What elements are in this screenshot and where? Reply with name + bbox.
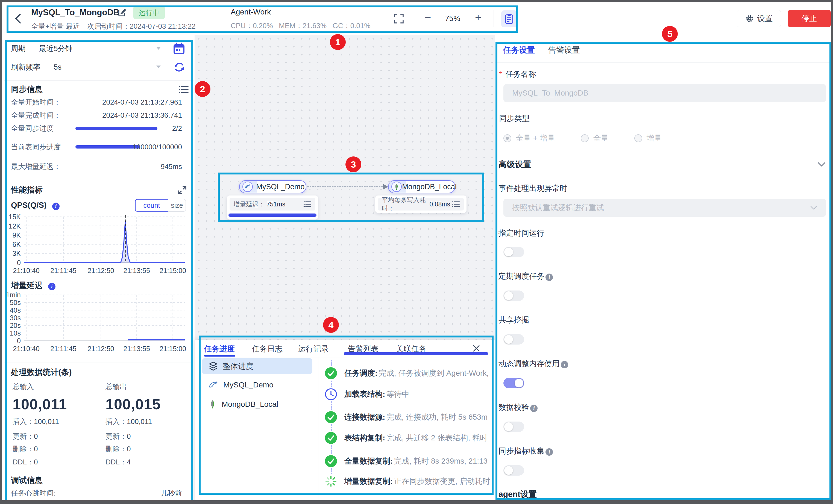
chevron-down-icon[interactable]: [156, 66, 161, 68]
full-progress-bar: [75, 127, 158, 130]
timeline-connector: [331, 360, 332, 366]
table-progress-label: 当前表同步进度: [11, 142, 61, 152]
total-out-label: 总输出: [105, 382, 127, 392]
refresh-icon[interactable]: [173, 61, 185, 73]
list-icon[interactable]: [452, 201, 460, 207]
list-item-label: MongoDB_Local: [222, 400, 278, 409]
list-icon[interactable]: [303, 201, 312, 207]
debug-title: 调试信息: [11, 475, 43, 486]
gc-metric: GC：0.01%: [333, 22, 371, 30]
stop-button[interactable]: 停止: [788, 10, 831, 27]
qps-size-toggle[interactable]: size: [168, 199, 186, 211]
stat-label: DDL：: [105, 458, 127, 466]
check-circle-icon: [325, 411, 337, 424]
svg-text:30s: 30s: [10, 314, 21, 322]
check-circle-icon: [325, 432, 337, 444]
task-subtitle: 全量+增量 最近一次启动时间：2024-07-03 21:13:22: [31, 22, 196, 31]
shared-mining-toggle[interactable]: [503, 334, 524, 345]
data-validation-toggle[interactable]: [503, 422, 524, 432]
node-mysql[interactable]: MySQL_Demo: [239, 180, 306, 193]
stat-label: 更新：: [105, 432, 127, 440]
radio-full-incremental[interactable]: [503, 134, 511, 142]
tab-task-settings[interactable]: 任务设置: [503, 45, 535, 56]
run-at-time-toggle[interactable]: [503, 247, 524, 257]
node-label: MySQL_Demo: [259, 181, 302, 193]
task-name-label-row: * 任务名称: [499, 69, 536, 79]
timeline-connector: [331, 401, 332, 410]
close-icon[interactable]: [472, 344, 480, 352]
zoom-out-button[interactable]: −: [425, 11, 431, 24]
stat-value: 0: [34, 432, 38, 440]
metric-value: 0.08ms: [430, 201, 450, 208]
svg-text:0: 0: [17, 337, 21, 345]
agent-metrics: CPU：0.20% MEM：21.63% GC：0.01%: [231, 21, 371, 31]
scheduled-task-toggle[interactable]: [503, 291, 524, 301]
back-button[interactable]: [14, 12, 22, 25]
metric-value: 751ms: [266, 201, 285, 208]
info-icon[interactable]: i: [546, 274, 553, 281]
info-icon[interactable]: i: [52, 203, 60, 210]
timeline-item: 加载表结构: 等待中: [344, 389, 409, 399]
horizontal-scrollbar-thumb[interactable]: [507, 498, 830, 501]
dynamic-memory-label: 动态调整内存使用 i: [499, 358, 568, 369]
fit-screen-icon[interactable]: [393, 13, 404, 24]
tab-task-logs[interactable]: 任务日志: [252, 344, 283, 354]
stat-label: 插入：: [105, 418, 127, 426]
task-name-label: 任务名称: [505, 70, 536, 78]
metric-label: 平均每条写入耗时：: [382, 196, 428, 213]
run-at-time-label: 指定时间运行: [499, 228, 544, 238]
timeline-item: 连接数据源: 完成, 连接成功, 耗时 5s 653m: [344, 412, 487, 422]
exception-handling-select[interactable]: 按照默认重试逻辑进行重试: [503, 199, 826, 217]
info-icon[interactable]: i: [546, 448, 553, 456]
tab-run-records[interactable]: 运行记录: [298, 344, 329, 354]
progress-list-item-mysql[interactable]: MySQL_Demo: [209, 380, 273, 390]
progress-list-item-mongodb[interactable]: MongoDB_Local: [209, 400, 278, 409]
full-start-value: 2024-07-03 21:13:27.961: [102, 98, 182, 106]
settings-button[interactable]: 设置: [737, 10, 781, 27]
stat-label: 删除：: [105, 445, 127, 453]
advanced-settings-title[interactable]: 高级设置: [499, 159, 531, 170]
timeline-item: 表结构复制: 完成, 共迁移 2 张表结构, 耗时: [344, 433, 487, 443]
chevron-down-icon[interactable]: [817, 161, 826, 167]
expand-icon[interactable]: [177, 185, 187, 195]
task-inspect-button[interactable]: [501, 10, 517, 27]
refresh-rate-select[interactable]: 刷新频率 5s: [11, 62, 62, 72]
refresh-rate-label: 刷新频率: [11, 63, 41, 71]
qps-count-toggle[interactable]: count: [135, 199, 168, 211]
progress-list-item-overall[interactable]: 整体进度: [202, 358, 312, 374]
tab-alert-settings[interactable]: 告警设置: [548, 45, 580, 56]
list-icon[interactable]: [179, 85, 189, 94]
zoom-level: 75%: [445, 14, 460, 23]
dynamic-memory-toggle[interactable]: [503, 378, 524, 388]
edge-arrow-icon: [383, 184, 388, 190]
data-validation-label: 数据校验 i: [499, 402, 538, 412]
tab-task-progress[interactable]: 任务进度: [204, 344, 235, 354]
sync-type-label: 同步类型: [499, 113, 530, 124]
info-icon[interactable]: i: [48, 283, 55, 290]
chevron-down-icon[interactable]: [156, 47, 161, 50]
zoom-in-button[interactable]: +: [475, 11, 481, 24]
calendar-icon[interactable]: [173, 42, 185, 55]
total-in-label: 总输入: [13, 382, 34, 392]
sync-metrics-toggle[interactable]: [503, 465, 524, 476]
radio-incremental[interactable]: [634, 134, 642, 142]
svg-text:50s: 50s: [10, 299, 21, 306]
stat-label: 删除：: [13, 445, 34, 453]
node-mongodb[interactable]: MongoDB_Local: [388, 180, 455, 193]
timeline-item: 增量数据复制: 正在同步数据变更, 启动耗时: [344, 476, 490, 486]
svg-text:21:13:55: 21:13:55: [123, 267, 150, 274]
info-icon[interactable]: i: [530, 405, 538, 412]
agent-name: Agent-Work: [231, 8, 271, 16]
full-progress-label: 全量同步进度: [11, 124, 53, 133]
period-select[interactable]: 周期 最近5分钟: [11, 44, 72, 53]
check-circle-icon: [325, 455, 337, 468]
edit-icon[interactable]: [118, 8, 127, 17]
radio-full[interactable]: [581, 134, 589, 142]
task-name-input[interactable]: MySQL_To_MongoDB: [503, 84, 826, 102]
annotation-badge-4: 4: [323, 317, 339, 333]
horizontal-scrollbar-thumb[interactable]: [344, 352, 488, 355]
info-icon[interactable]: i: [561, 361, 568, 368]
svg-text:12K: 12K: [9, 222, 21, 230]
svg-text:1min: 1min: [6, 292, 21, 299]
node-mysql-stats-card: 增量延迟： 751ms: [227, 196, 318, 220]
